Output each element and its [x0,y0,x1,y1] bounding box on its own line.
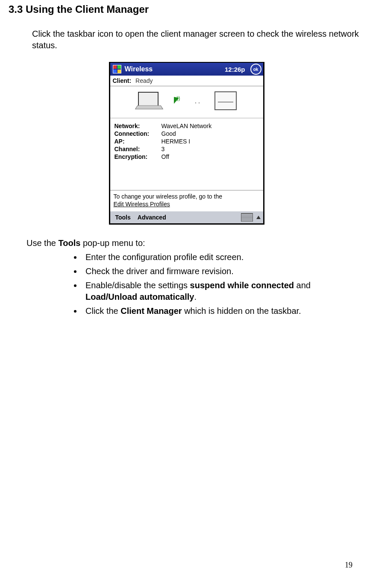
tools-bullet-list: Enter the configuration profile edit scr… [82,252,360,317]
bullet-4: Click the Client Manager which is hidden… [82,305,360,317]
b4-bold: Client Manager [120,306,182,316]
profile-hint-block: To change your wireless profile, go to t… [110,190,263,211]
menubar: Tools Advanced [110,211,263,223]
windows-logo-icon [113,65,121,73]
edit-profiles-link[interactable]: Edit Wireless Profiles [114,201,170,208]
network-value: WaveLAN Network [162,123,259,129]
client-status-row: Client: Ready [110,76,263,86]
bullet-1: Enter the configuration profile edit scr… [82,252,360,263]
access-point-icon [214,91,237,110]
connection-graphic-row: )) .. [110,86,263,118]
tools-pre: Use the [26,238,58,248]
b3-bold2: Load/Unload automatically [85,292,194,301]
connection-dots: .. [194,97,201,105]
channel-value: 3 [162,146,259,152]
b3-pre: Enable/disable the settings [85,281,190,290]
up-arrow-icon[interactable] [256,216,261,219]
b3-bold1: suspend while connected [190,281,294,290]
client-label: Client: [113,77,132,84]
connection-value: Good [162,130,259,137]
screenshot-figure: Wireless 12:26p ok Client: Ready )) .. N… [9,62,364,225]
menu-advanced[interactable]: Advanced [135,213,169,222]
window-title: Wireless [125,65,221,73]
keyboard-icon[interactable] [241,213,253,222]
ap-label: AP: [115,138,162,145]
b4-pre: Click the [85,306,120,316]
device-frame: Wireless 12:26p ok Client: Ready )) .. N… [109,62,264,225]
ap-value: HERMES I [162,138,259,145]
hint-text: To change your wireless profile, go to t… [114,193,222,200]
bullet-3: Enable/disable the settings suspend whil… [82,280,360,303]
encryption-label: Encryption: [115,153,162,160]
menu-tools[interactable]: Tools [113,213,133,222]
encryption-value: Off [162,153,259,160]
post-screenshot-text: Use the Tools pop-up menu to: Enter the … [26,237,360,317]
bullet-2: Check the driver and firmware revision. [82,266,360,277]
b3-post: . [194,292,197,301]
network-info-block: Network: WaveLAN Network Connection: Goo… [110,118,263,190]
laptop-icon [136,92,161,110]
signal-icon: )) [174,97,182,105]
network-label: Network: [115,123,162,129]
section-heading: 3.3 Using the Client Manager [9,3,364,15]
b3-mid: and [294,281,311,290]
clock-text: 12:26p [225,66,245,73]
page-number: 19 [345,561,352,570]
channel-label: Channel: [115,146,162,152]
window-titlebar: Wireless 12:26p ok [110,63,263,76]
connection-label: Connection: [115,130,162,137]
client-value: Ready [135,77,153,84]
tools-post: pop-up menu to: [80,238,145,248]
ok-button[interactable]: ok [250,64,261,75]
tools-bold: Tools [58,238,80,248]
b4-post: which is hidden on the taskbar. [182,306,301,316]
intro-paragraph: Click the taskbar icon to open the clien… [32,28,364,51]
